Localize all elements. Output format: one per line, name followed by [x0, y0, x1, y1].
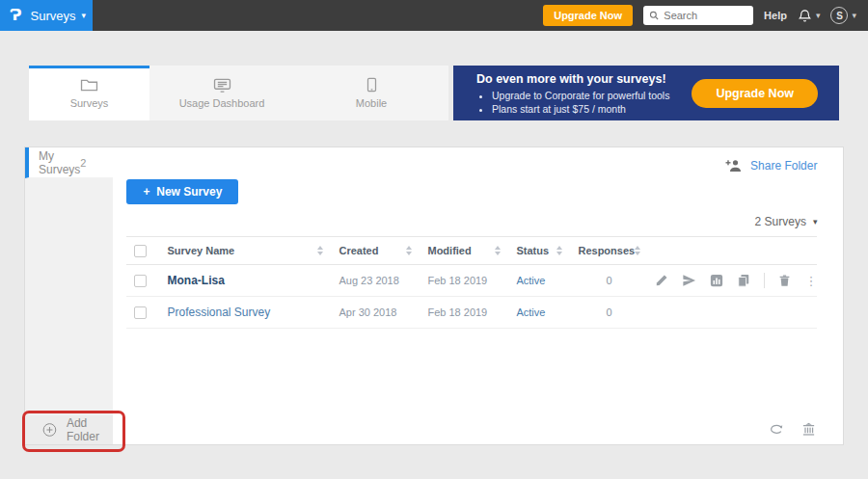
created-cell: Apr 30 2018	[339, 306, 427, 318]
column-header-created[interactable]: Created	[339, 245, 427, 256]
product-menu-text: Surveys	[31, 9, 76, 23]
add-folder-label: Add Folder	[67, 416, 114, 443]
copy-icon	[737, 274, 750, 287]
tab-label: Usage Dashboard	[179, 97, 265, 109]
new-survey-row: + New Survey	[126, 179, 817, 204]
responses-cell: 0	[578, 306, 655, 318]
surveys-table: Survey Name Created Modified Status Resp…	[126, 236, 817, 329]
bell-icon	[798, 9, 812, 23]
column-header-status[interactable]: Status	[516, 245, 578, 256]
add-folder-wrap: Add Folder	[25, 415, 113, 444]
modified-cell: Feb 18 2019	[427, 275, 516, 286]
responses-cell: 0	[578, 275, 655, 286]
promo-text: Do even more with your surveys! Upgrade …	[476, 72, 669, 115]
share-folder-label: Share Folder	[750, 159, 817, 173]
upgrade-promo-banner: Do even more with your surveys! Upgrade …	[453, 66, 839, 120]
folder-footer-actions	[769, 422, 816, 437]
surveys-main: Share Folder + New Survey 2 Surveys ▾ Su…	[113, 147, 846, 444]
mobile-icon	[366, 77, 377, 93]
search-input[interactable]	[664, 10, 747, 21]
surveys-count-label: 2 Surveys	[755, 215, 806, 228]
folder-label: My Surveys	[39, 149, 80, 176]
new-survey-label: New Survey	[156, 185, 222, 199]
plus-circle-icon	[42, 421, 57, 439]
avatar: S	[830, 7, 848, 24]
restore-button[interactable]	[769, 423, 784, 436]
created-cell: Aug 23 2018	[339, 275, 427, 286]
trash-icon	[778, 274, 791, 287]
survey-name-link[interactable]: Mona-Lisa	[167, 274, 224, 287]
promo-bullet: Upgrade to Corporate for powerful tools	[492, 90, 669, 101]
product-menu-label: Surveys ▾	[31, 9, 87, 23]
add-folder-button[interactable]: Add Folder	[25, 415, 113, 444]
search-box[interactable]	[643, 6, 753, 25]
chevron-down-icon: ▾	[81, 12, 86, 20]
help-link[interactable]: Help	[764, 10, 787, 21]
bar-chart-icon	[710, 274, 723, 287]
history-loop-icon	[769, 423, 784, 436]
delete-button[interactable]	[778, 274, 791, 287]
upgrade-now-button[interactable]: Upgrade Now	[543, 5, 633, 26]
column-label: Created	[339, 245, 378, 256]
chevron-down-icon: ▾	[813, 218, 818, 226]
more-options-button[interactable]: ⋮	[804, 274, 817, 288]
sort-icon	[635, 246, 640, 255]
column-header-survey-name[interactable]: Survey Name	[167, 245, 339, 256]
table-row: Mona-Lisa Aug 23 2018 Feb 18 2019 Active…	[126, 265, 817, 297]
search-icon	[649, 10, 659, 21]
column-label: Survey Name	[167, 245, 234, 256]
sort-icon	[406, 246, 412, 255]
reports-button[interactable]	[710, 274, 723, 287]
tab-mobile[interactable]: Mobile	[294, 66, 448, 120]
paper-plane-icon	[682, 274, 696, 287]
notifications-button[interactable]: ▾	[798, 9, 821, 23]
tab-strip: Surveys Usage Dashboard Mobile	[29, 66, 448, 120]
add-person-icon	[725, 159, 743, 173]
brand-logo-icon: Ɂ	[10, 8, 22, 23]
surveys-count-dropdown[interactable]: 2 Surveys ▾	[126, 215, 817, 228]
trash-bin-icon	[801, 422, 816, 437]
modified-cell: Feb 18 2019	[427, 306, 516, 318]
select-all-cell	[126, 245, 167, 257]
tab-label: Mobile	[356, 97, 387, 109]
status-badge[interactable]: Active	[516, 306, 578, 318]
header-actions: Upgrade Now Help ▾ S ▾	[543, 5, 868, 26]
chevron-down-icon: ▾	[852, 12, 856, 20]
table-header-row: Survey Name Created Modified Status Resp…	[126, 236, 817, 265]
plus-icon: +	[144, 185, 150, 199]
share-folder-button[interactable]: Share Folder	[126, 159, 817, 173]
account-menu[interactable]: S ▾	[830, 7, 856, 24]
send-button[interactable]	[682, 274, 696, 287]
column-header-responses[interactable]: Responses	[578, 245, 655, 256]
duplicate-button[interactable]	[737, 274, 750, 287]
survey-name-link[interactable]: Professional Survey	[167, 306, 270, 319]
tab-usage-dashboard[interactable]: Usage Dashboard	[149, 66, 294, 120]
sidebar-body	[25, 178, 113, 415]
table-row: Professional Survey Apr 30 2018 Feb 18 2…	[126, 297, 817, 329]
folder-icon	[80, 78, 98, 93]
promo-title: Do even more with your surveys!	[476, 72, 669, 86]
sort-icon	[317, 246, 323, 255]
divider	[764, 273, 765, 288]
select-all-checkbox[interactable]	[134, 245, 147, 257]
row-select-cell	[126, 306, 167, 319]
column-header-modified[interactable]: Modified	[427, 245, 516, 256]
row-checkbox[interactable]	[134, 275, 147, 287]
pencil-icon	[655, 274, 668, 287]
new-survey-button[interactable]: + New Survey	[126, 179, 238, 204]
product-menu[interactable]: Ɂ Surveys ▾	[0, 0, 93, 31]
column-label: Responses	[578, 245, 635, 256]
edit-button[interactable]	[655, 274, 668, 287]
folders-sidebar: My Surveys 2 Add Folder	[25, 147, 113, 444]
promo-bullet: Plans start at just $75 / month	[492, 103, 669, 115]
row-checkbox[interactable]	[134, 306, 147, 319]
trash-bin-button[interactable]	[801, 422, 816, 437]
upgrade-now-banner-button[interactable]: Upgrade Now	[692, 79, 818, 108]
chevron-down-icon: ▾	[816, 12, 821, 20]
surveys-panel: My Surveys 2 Add Folder Share Folder	[24, 146, 844, 445]
top-row: Surveys Usage Dashboard Mobile Do even m…	[29, 66, 839, 120]
sidebar-item-my-surveys[interactable]: My Surveys 2	[25, 147, 113, 178]
status-badge[interactable]: Active	[516, 275, 578, 286]
sort-icon	[556, 246, 562, 255]
tab-surveys[interactable]: Surveys	[29, 66, 149, 120]
